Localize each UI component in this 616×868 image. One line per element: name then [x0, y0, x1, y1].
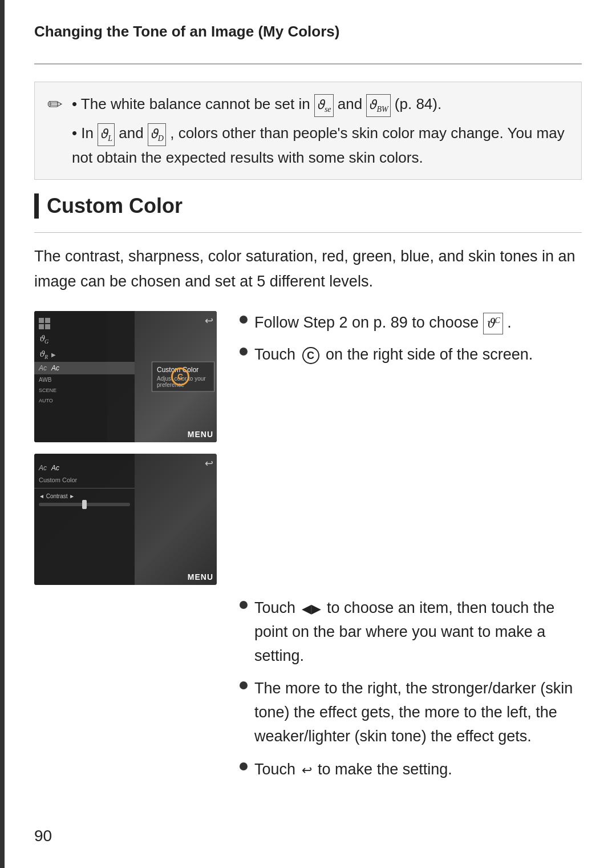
- bullet-1: [240, 316, 248, 324]
- note-line-1: • The white balance cannot be set in ϑse…: [72, 92, 569, 117]
- pencil-icon: ✏: [47, 94, 63, 115]
- note-line-2: • In ϑL and ϑD , colors other than peopl…: [72, 122, 569, 169]
- menu-item-r: ϑR ▶: [34, 347, 135, 362]
- screenshots-column: ↩ ϑG ϑR ▶: [34, 311, 217, 585]
- note-box: ✏ • The white balance cannot be set in ϑ…: [34, 82, 582, 180]
- bullet-5: [240, 762, 248, 770]
- note-content: • The white balance cannot be set in ϑse…: [72, 92, 569, 169]
- section-heading-text: Custom Color: [47, 194, 183, 218]
- section-heading: Custom Color: [34, 193, 582, 219]
- back-icon-2: ↩: [205, 457, 213, 470]
- bottom-item-3: Touch ↩ to make the setting.: [240, 758, 582, 782]
- instruction-text-2: Touch C on the right side of the screen.: [254, 343, 582, 367]
- menu-item-g: ϑG: [34, 332, 135, 347]
- bottom-instructions: Touch ◀▶ to choose an item, then touch t…: [240, 596, 582, 782]
- bullet-2: [240, 348, 248, 356]
- screenshot-2: ↩ Ac Ac Custom Color ◄ Contrast ►: [34, 454, 217, 585]
- heading-bar: [34, 193, 39, 219]
- orange-c-icon: C: [171, 368, 189, 386]
- bottom-item-2: The more to the right, the stronger/dark…: [240, 677, 582, 749]
- arrows-icon: ◀▶: [302, 599, 321, 619]
- page-number: 90: [34, 827, 52, 845]
- instructions-column: Follow Step 2 on p. 89 to choose ϑC . To…: [240, 311, 582, 585]
- content-area: ↩ ϑG ϑR ▶: [34, 311, 582, 585]
- menu-item-grid: [34, 316, 135, 332]
- section-description: The contrast, sharpness, color saturatio…: [34, 232, 582, 293]
- bottom-text-1: Touch ◀▶ to choose an item, then touch t…: [254, 596, 582, 668]
- bullet-4: [240, 681, 248, 689]
- menu-item-scene: SCENE: [34, 385, 135, 395]
- instruction-item-2: Touch C on the right side of the screen.: [240, 343, 582, 367]
- bullet-3: [240, 601, 248, 609]
- instruction-block-1: Follow Step 2 on p. 89 to choose ϑC . To…: [240, 311, 582, 375]
- menu-item-auto: AUTO: [34, 395, 135, 406]
- menu-label-2: MENU: [188, 572, 213, 582]
- menu-panel-1: ϑG ϑR ▶ Ac Ac AWB SCENE: [34, 311, 135, 442]
- bottom-text-3: Touch ↩ to make the setting.: [254, 758, 582, 782]
- bottom-text-2: The more to the right, the stronger/dark…: [254, 677, 582, 749]
- menu-item-ac1: Ac Ac: [34, 362, 135, 374]
- menu-item-ac2: Ac Ac: [34, 458, 135, 474]
- menu-label-1: MENU: [188, 430, 213, 439]
- back-icon: ↩: [302, 761, 312, 780]
- menu-item-awb: AWB: [34, 374, 135, 385]
- instruction-item-1: Follow Step 2 on p. 89 to choose ϑC .: [240, 311, 582, 335]
- instruction-text-1: Follow Step 2 on p. 89 to choose ϑC .: [254, 311, 582, 335]
- divider: [34, 488, 135, 488]
- back-icon-1: ↩: [205, 314, 213, 327]
- screenshot-1: ↩ ϑG ϑR ▶: [34, 311, 217, 442]
- bar-container: [34, 502, 135, 507]
- page-title: Changing the Tone of an Image (My Colors…: [34, 23, 582, 41]
- menu-panel-2: Ac Ac Custom Color ◄ Contrast ►: [34, 454, 135, 585]
- c-icon: C: [302, 347, 319, 364]
- custom-color-label-2: Custom Color: [34, 474, 135, 486]
- bottom-item-1: Touch ◀▶ to choose an item, then touch t…: [240, 596, 582, 668]
